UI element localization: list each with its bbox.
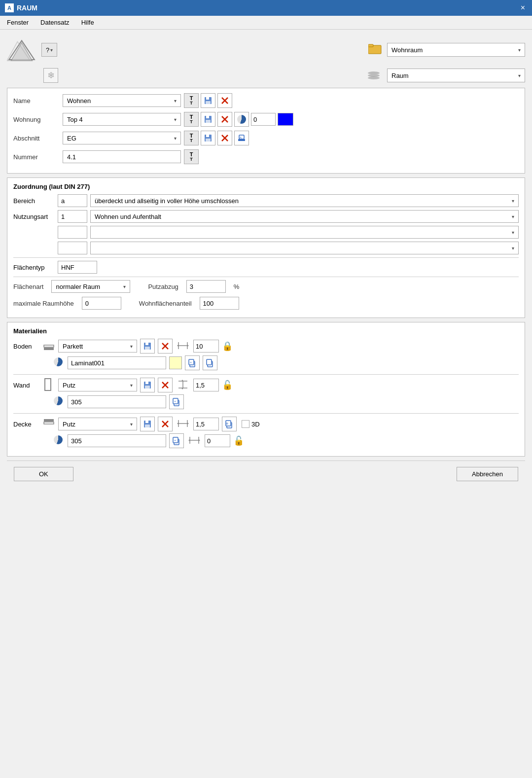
svg-rect-20: [206, 139, 211, 141]
wand-sub-material-input[interactable]: 305: [68, 395, 166, 408]
boden-material-value: Parkett: [63, 343, 83, 350]
svg-marker-36: [177, 345, 178, 347]
decke-material-value: Putz: [63, 421, 75, 428]
decke-thickness-input[interactable]: 1,5: [193, 418, 219, 430]
nummer-tt-button[interactable]: TT: [184, 149, 199, 164]
flachenar-dropdown[interactable]: normaler Raum ▾: [51, 280, 130, 293]
name-delete-button[interactable]: [217, 93, 232, 108]
materialien-section: Materialien Boden Parkett ▾: [7, 322, 525, 457]
decke-3d-label: 3D: [251, 421, 260, 428]
name-save-button[interactable]: [201, 93, 215, 108]
nutzungsart-dropdown[interactable]: Wohnen und Aufenthalt ▾: [90, 210, 519, 223]
layers-icon: [367, 69, 380, 82]
decke-mat-icon: [43, 418, 55, 430]
bereich-dropdown[interactable]: überdeckt und allseitig in voller Höhe u…: [90, 194, 519, 207]
boden-delete-button[interactable]: [158, 339, 173, 354]
nutzungsart-code-input[interactable]: 1: [58, 210, 87, 223]
boden-save-button[interactable]: [140, 339, 155, 354]
flachentyp-input[interactable]: HNF: [58, 261, 97, 274]
decke-thickness-bottom-input[interactable]: 0: [205, 434, 230, 447]
putzabzug-unit: %: [234, 283, 240, 290]
folder-button[interactable]: [368, 43, 382, 57]
flachenar-label: Flächenart: [13, 283, 43, 290]
wand-pie-icon: [54, 396, 65, 407]
svg-rect-9: [206, 97, 209, 100]
nummer-input[interactable]: 4.1: [63, 150, 181, 163]
wand-row1: Wand Putz ▾: [13, 378, 519, 392]
abschnitt-delete-button[interactable]: [217, 131, 232, 145]
ok-button[interactable]: OK: [14, 467, 73, 481]
boden-copy-button1[interactable]: +: [185, 355, 200, 370]
wand-thickness-icon: [177, 379, 189, 391]
abschnitt-dropdown[interactable]: EG ▾: [63, 132, 181, 144]
wand-label: Wand: [13, 382, 40, 389]
wohnung-delete-button[interactable]: [217, 112, 232, 127]
svg-marker-37: [187, 345, 189, 347]
abschnitt-stamp-button[interactable]: A: [234, 131, 249, 145]
name-row: Name Wohnen ▾ TT: [13, 93, 519, 108]
boden-sub-material-input[interactable]: Laminat001: [68, 356, 166, 369]
abschnitt-tt-button[interactable]: TT: [184, 131, 199, 145]
decke-thickness-bottom-icon: [188, 435, 201, 447]
wand-material-dropdown[interactable]: Putz ▾: [58, 379, 137, 391]
close-button[interactable]: ×: [519, 3, 527, 12]
menu-fenster[interactable]: Fenster: [5, 18, 31, 27]
decke-material-dropdown[interactable]: Putz ▾: [58, 418, 137, 430]
wohnung-dropdown[interactable]: Top 4 ▾: [63, 113, 181, 126]
extra1-dropdown[interactable]: ▾: [90, 226, 519, 239]
dialog-body: ? ▾ Wohnraum ▾ ❄: [0, 30, 532, 492]
extra1-row: ▾: [13, 226, 519, 239]
wand-lock-icon: 🔓: [222, 380, 233, 390]
boden-material-dropdown[interactable]: Parkett ▾: [58, 340, 137, 353]
name-dropdown[interactable]: Wohnen ▾: [63, 94, 181, 107]
decke-copy-button2[interactable]: +: [169, 433, 184, 448]
svg-text:⊕: ⊕: [226, 422, 228, 425]
wohnflaeche-input[interactable]: 100: [200, 297, 239, 310]
svg-text:+: +: [174, 400, 176, 403]
bereich-label: Bereich: [13, 197, 58, 205]
decke-save-button[interactable]: [140, 417, 155, 431]
extra1-code-input[interactable]: [58, 226, 87, 239]
wohnung-tt-button[interactable]: TT: [184, 112, 199, 127]
question-button[interactable]: ? ▾: [41, 43, 57, 57]
extra2-row: ▾: [13, 242, 519, 254]
extra2-dropdown[interactable]: ▾: [90, 242, 519, 254]
wand-save-button[interactable]: [140, 378, 155, 392]
raum-dropdown[interactable]: Raum ▾: [387, 69, 525, 82]
name-tt-button[interactable]: TT: [184, 93, 199, 108]
wohnraum-dropdown[interactable]: Wohnraum ▾: [387, 43, 525, 57]
raumhoehe-input[interactable]: 0: [82, 297, 121, 310]
wand-thickness-input[interactable]: 1,5: [193, 379, 219, 391]
svg-rect-27: [44, 345, 54, 347]
svg-rect-26: [44, 348, 54, 350]
decke-delete-button[interactable]: [158, 417, 173, 431]
decke-copy-button[interactable]: ⊕: [222, 417, 237, 431]
wand-delete-button[interactable]: [158, 378, 173, 392]
svg-marker-80: [199, 439, 200, 441]
svg-rect-46: [145, 382, 148, 384]
putzabzug-input[interactable]: 3: [186, 280, 226, 293]
boden-copy-button2[interactable]: [203, 355, 217, 370]
extra2-code-input[interactable]: [58, 242, 87, 254]
boden-color-swatch[interactable]: [169, 356, 182, 369]
wohnung-save-button[interactable]: [201, 112, 215, 127]
decke-sub-material-input[interactable]: 305: [68, 434, 166, 447]
wohnung-value: Top 4: [67, 116, 83, 123]
wohnung-color-input[interactable]: 0: [251, 113, 276, 126]
wohnung-color-button[interactable]: [234, 112, 249, 127]
decke-3d-checkbox[interactable]: [242, 420, 249, 428]
cancel-button[interactable]: Abbrechen: [457, 467, 518, 481]
boden-thickness-input[interactable]: 10: [193, 340, 219, 353]
abschnitt-save-button[interactable]: [201, 131, 215, 145]
flachenar-value: normaler Raum: [56, 283, 100, 290]
wand-copy-button[interactable]: +: [169, 394, 184, 409]
boden-mat-icon: [43, 340, 55, 353]
bottom-bar: OK Abbrechen: [7, 460, 525, 487]
wohnung-color-swatch[interactable]: [278, 113, 293, 126]
menu-hilfe[interactable]: Hilfe: [79, 18, 96, 27]
svg-rect-19: [206, 135, 209, 137]
bereich-code-input[interactable]: a: [58, 194, 87, 207]
svg-text:A: A: [240, 136, 242, 139]
svg-marker-54: [181, 388, 183, 389]
menu-datensatz[interactable]: Datensatz: [38, 18, 71, 27]
